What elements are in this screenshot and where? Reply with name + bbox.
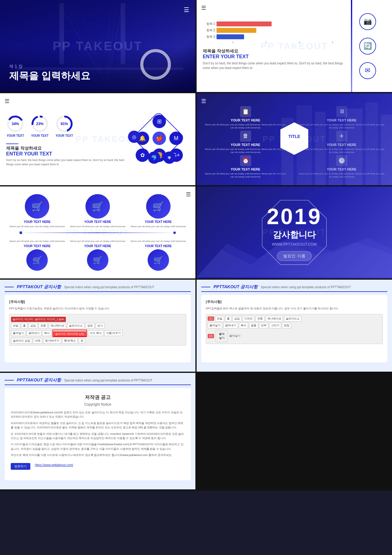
svg-text:34%: 34%	[12, 122, 19, 126]
slide3-enter: ENTER YOUR TEXT	[6, 151, 128, 157]
slide-4: ☰ PP TAKEOUT 📋 YOUR TEXT HERE Never put …	[197, 93, 392, 185]
num-badge-1: (1)	[208, 316, 214, 321]
svg-rect-27	[346, 109, 363, 185]
watermark-1: PP TAKEOUT	[53, 39, 143, 53]
pie-label-1: YOUR TEXT	[6, 134, 24, 137]
icon-symbol-3: 🗑	[240, 131, 251, 142]
cart-circle-1: 🛒	[25, 194, 49, 219]
copyright-para-5: 무단으로 복제 이미지를 다른 사이트에 사용하거나 배포하지 않도록 협조해주…	[11, 453, 185, 457]
svg-text:23%: 23%	[36, 122, 43, 126]
chart-axis: 0123	[217, 41, 349, 44]
copyright-para-4: 이 이미지들과 디자인들은 현업 시장 에서 이미지들에 대한 이미지들을 Fr…	[11, 442, 185, 451]
notice-header-9: PPTTAKOUT 공지사항 Special notice when using…	[5, 377, 191, 385]
slide2-title: 제목을 작성하세요	[203, 48, 349, 54]
copyright-body: 피피티테이크아웃(www.ppttakeout.com)에 업로드 되어 있는 …	[11, 410, 185, 457]
visit-button[interactable]: 방문하기	[11, 463, 30, 470]
tech-icon-chrome2: ◎	[128, 131, 140, 143]
slide-2: ☰ PP TAKEOUT 항목 1 항목 2 항목 3 0123	[197, 0, 392, 92]
svg-text:TITLE: TITLE	[288, 134, 300, 139]
notice-desc-7: PPT입력들이 수정가능한는 부분은 슬라이드 마스터에서 쉽게 수정할 수 있…	[9, 307, 186, 311]
copyright-subtitle: Copyright Notice	[11, 402, 185, 407]
notice-header-7: PPTTAKOUT 공지사항 Special notice when using…	[5, 284, 191, 292]
tech-icon-windows: ⊞	[153, 115, 166, 128]
social-icon-mail[interactable]: ✉	[359, 62, 376, 79]
icon-symbol-1: 📋	[240, 106, 251, 117]
center-hex: TITLE	[279, 121, 310, 158]
toolbar-mock-8: (1) 파일 홈 삽입 디자인 전환 애니메이션 슬라이드쇼 붙여넣기 잘라내기…	[206, 314, 383, 344]
toolbar-title-bar: 슬라이드 마스터 - 슬라이드 마스터_1.pptx	[11, 317, 66, 322]
tech-icon-huawei: ✾	[163, 151, 175, 164]
slide-9: PPTTAKOUT 공지사항 Special notice when using…	[0, 373, 195, 489]
notice-logo-9: PPTTAKOUT 공지사항	[17, 377, 61, 383]
chart-label-3: 항목 3	[203, 35, 215, 39]
cart-circle-2: 🛒	[85, 194, 110, 219]
svg-rect-28	[366, 102, 378, 185]
highlighted-btn: 슬라이드 레이아웃 삽입	[52, 330, 87, 337]
notice-special-9: Special notice when using ppt template p…	[64, 379, 152, 382]
tech-icon-maps: M	[169, 132, 183, 145]
notice-special-7: Special notice when using ppt template p…	[64, 285, 154, 289]
pie-label-2: YOUR TEXT	[31, 134, 48, 137]
slide3-desc: Don't try so hard, the best things come …	[6, 158, 128, 166]
chart-bar-2	[217, 28, 256, 33]
cart-circle-5: 🛒	[87, 249, 108, 271]
slide2-menu-icon[interactable]: ☰	[201, 5, 206, 11]
icon-symbol-5: ⏰	[240, 155, 251, 166]
cart-item-6: 🛒 YOUR TEXT HERE Never put off what you …	[129, 233, 188, 271]
svg-rect-25	[315, 112, 326, 185]
slide4-menu-icon[interactable]: ☰	[201, 98, 206, 105]
cart-item-5: 🛒 YOUR TEXT HERE Never put off what you …	[68, 233, 127, 271]
copyright-para-2: 피피티테이크아웃에서 제공하는 템플릿 모든 슬라이드 쇼 및 키노트용 발표용…	[11, 421, 185, 430]
slide-3: ☰ PP TAKEOUT 34% YOUR TEXT 23%	[0, 93, 195, 185]
cart-grid: 🛒 YOUR TEXT HERE Never put off what you …	[8, 194, 188, 271]
toolbar-mock-7: 슬라이드 마스터 - 슬라이드 마스터_1.pptx 파일 홈 삽입 전환 애니…	[9, 314, 186, 346]
cart-item-3: 🛒 YOUR TEXT HERE Never put off what you …	[129, 194, 188, 232]
chart-area: 항목 1 항목 2 항목 3 0123	[203, 21, 349, 44]
notice-content-8: [주의사항] PPT입력들은 테마 텍스트 글꼴과야 한 내용의 정보와 다릅니…	[201, 295, 387, 362]
notice-desc-8: PPT입력들은 테마 텍스트 글꼴과야 한 내용의 정보와 다릅니다. 공부 서…	[206, 307, 383, 311]
notice-logo-7: PPTTAKOUT 공지사항	[17, 284, 61, 290]
pie-item-2: 23% YOUR TEXT	[31, 115, 49, 137]
copyright-footer: 방문하기 https://www.ppttakeout.com/	[11, 461, 185, 470]
notice-header-8: PPTTAKOUT 공지사항 Special notice when using…	[201, 284, 387, 292]
slide2-enter: ENTER YOUR TEXT	[203, 54, 349, 59]
slide-8: PPTTAKOUT 공지사항 Special notice when using…	[197, 280, 392, 372]
svg-text:91%: 91%	[61, 122, 68, 126]
menu-icon[interactable]: ☰	[184, 6, 189, 13]
notice-content-7: [주의사항] PPT입력들이 수정가능한는 부분은 슬라이드 마스터에서 쉽게 …	[5, 295, 191, 362]
slide-1: ☰ PP TAKEOUT 제 1 장 제목을 입력하세요	[0, 0, 195, 92]
cart-circle-6: 🛒	[148, 249, 169, 271]
chart-bar-3	[217, 34, 244, 39]
pie-label-3: YOUR TEXT	[55, 134, 73, 137]
copyright-content: 저작권 공고 Copyright Notice 피피티테이크아웃(www.ppt…	[5, 388, 191, 480]
tech-icons-panel: ⊞ 🔔 🍎 M ✿ 🍔 G+ ◎ 🐬 ✾	[128, 99, 189, 179]
paste-label: 붙여넣기	[229, 334, 240, 338]
slide-7: PPTTAKOUT 공지사항 Special notice when using…	[0, 280, 195, 372]
notice-inner-title-7: [주의사항]	[9, 300, 186, 304]
social-icon-share[interactable]: 🔄	[359, 38, 376, 55]
notice-special-8: Special notice when using ppt template p…	[261, 285, 351, 289]
slide3-menu-icon[interactable]: ☰	[5, 98, 9, 105]
tech-icon-chrome: ✿	[136, 148, 149, 162]
copyright-url[interactable]: https://www.ppttakeout.com/	[35, 463, 73, 467]
svg-rect-29	[381, 115, 392, 185]
chart-label-2: 항목 2	[203, 28, 215, 33]
notice-logo-8: PPTTAKOUT 공지사항	[213, 284, 258, 290]
copyright-title: 저작권 공고	[11, 394, 185, 401]
paste-icon: 붙여넣기	[216, 330, 228, 342]
cart-item-2: 🛒 YOUR TEXT HERE Never put off what you …	[68, 194, 127, 232]
pie-charts-row: 34% YOUR TEXT 23% YOUR TEXT	[6, 115, 128, 137]
social-icons-panel: 📷 🔄 ✉	[349, 6, 386, 86]
circle-decoration	[140, 49, 171, 80]
slide-6: PP TAKEOUT 2019 감사합니다 WWW.PPTTAKEOUT.COM…	[197, 186, 392, 278]
tech-icon-dolphin: 🐬	[148, 151, 160, 164]
chart-label-1: 항목 1	[203, 22, 215, 26]
social-icon-instagram[interactable]: 📷	[359, 13, 376, 30]
slide-5: ☰ PP TAKEOUT 🛒 YOUR TEXT HERE Never put …	[0, 186, 195, 278]
cart-circle-3: 🛒	[146, 194, 171, 219]
svg-marker-34	[262, 200, 326, 265]
copyright-para-3: 또 피피티테이크아웃 번들의 어떤 비용이나 대가를 받고 판매하는 것을 금합…	[11, 432, 185, 441]
notice-inner-title-8: [주의사항]	[206, 300, 383, 304]
num-badge-2: (2)	[208, 334, 214, 338]
copyright-para-1: 피피티테이크아웃(www.ppttakeout.com)에 업로드 되어 있는 …	[11, 410, 185, 419]
